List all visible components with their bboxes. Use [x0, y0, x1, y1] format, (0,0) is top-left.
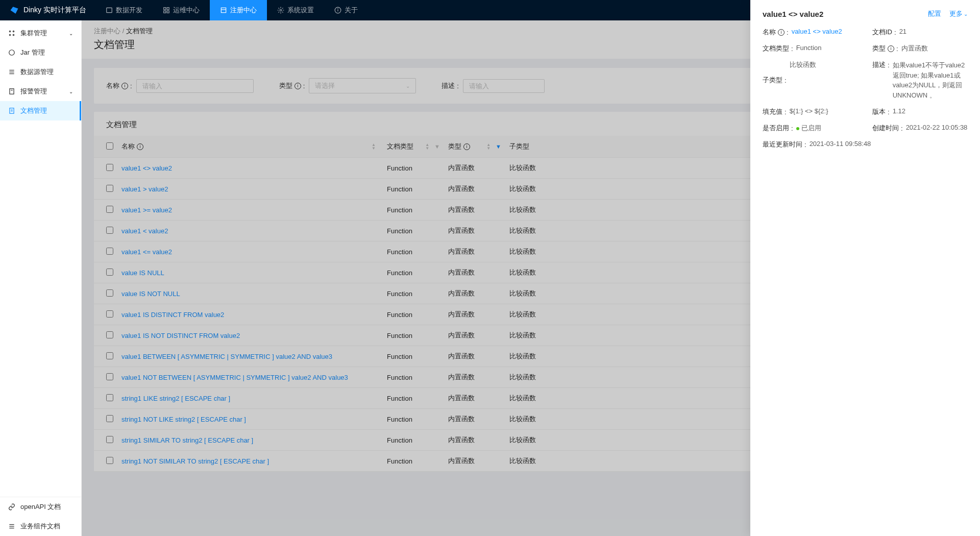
detail-fill-label: 填充值: [763, 107, 787, 116]
detail-type-value: 内置函数: [901, 44, 928, 53]
detail-version-value: 1.12: [893, 107, 905, 116]
detail-docid-value: 21: [899, 28, 906, 37]
logo[interactable]: Dinky 实时计算平台: [0, 5, 95, 15]
svg-point-11: [9, 31, 10, 32]
detail-created-value: 2021-02-22 10:05:38: [906, 124, 968, 133]
config-button[interactable]: 配置: [928, 9, 941, 18]
svg-rect-5: [221, 8, 226, 12]
detail-updated-label: 最近更新时间: [763, 140, 806, 149]
nav-settings[interactable]: 系统设置: [267, 0, 324, 20]
component-icon: [8, 523, 15, 530]
svg-rect-4: [167, 11, 169, 13]
info-icon: i: [778, 29, 785, 36]
svg-point-7: [280, 9, 282, 11]
sidebar-datasource[interactable]: 数据源管理: [0, 62, 81, 82]
detail-enabled-label: 是否启用: [763, 124, 793, 133]
sidebar: 集群管理 ⌄ Jar 管理 数据源管理 报警管理 ⌄ 文档管理: [0, 20, 82, 536]
doc-icon: [8, 107, 15, 114]
detail-desc-value: 如果value1不等于value2 返回true; 如果value1或value…: [893, 60, 968, 100]
chevron-down-icon: ⌄: [964, 11, 968, 17]
chevron-down-icon: ⌄: [69, 89, 73, 94]
detail-subtype-value: 比较函数: [790, 60, 816, 100]
detail-doctype-label: 文档类型: [763, 44, 793, 53]
nav-data-dev[interactable]: 数据开发: [95, 0, 153, 20]
svg-point-12: [13, 31, 14, 32]
logo-icon: [9, 5, 19, 15]
svg-point-13: [9, 34, 10, 35]
nav-register[interactable]: 注册中心: [210, 0, 267, 20]
detail-drawer: value1 <> value2 配置 更多 ⌄ 名称 i value1 <> …: [750, 0, 980, 536]
info-icon: i: [888, 45, 894, 52]
detail-created-label: 创建时间: [872, 124, 903, 133]
detail-version-label: 版本: [872, 107, 890, 116]
app-name: Dinky 实时计算平台: [23, 6, 86, 15]
cluster-icon: [8, 30, 15, 37]
gear-icon: [277, 7, 284, 14]
link-icon: [8, 503, 15, 510]
detail-enabled-value: 已启用: [796, 124, 821, 133]
detail-name-label: 名称 i: [763, 28, 789, 37]
detail-updated-value: 2021-03-11 09:58:48: [810, 140, 871, 149]
svg-rect-3: [164, 11, 166, 13]
jar-icon: [8, 49, 15, 56]
sidebar-docs[interactable]: 文档管理: [0, 101, 81, 120]
detail-desc-label: 描述: [872, 60, 890, 69]
info-icon: [334, 7, 341, 14]
detail-name-value[interactable]: value1 <> value2: [792, 28, 842, 37]
svg-point-10: [338, 9, 338, 9]
chevron-down-icon: ⌄: [69, 31, 73, 36]
status-dot-icon: [796, 127, 799, 130]
svg-point-14: [13, 34, 14, 35]
svg-rect-0: [107, 8, 112, 12]
detail-subtype-label: 子类型: [763, 60, 787, 100]
register-icon: [220, 7, 227, 14]
nav-items: 数据开发 运维中心 注册中心 系统设置 关于: [95, 0, 368, 20]
detail-docid-label: 文档ID: [872, 28, 896, 37]
detail-doctype-value: Function: [796, 44, 822, 53]
svg-point-15: [9, 50, 15, 56]
nav-about[interactable]: 关于: [324, 0, 368, 20]
sidebar-alert[interactable]: 报警管理 ⌄: [0, 82, 81, 101]
code-icon: [106, 7, 113, 14]
sidebar-cluster[interactable]: 集群管理 ⌄: [0, 23, 81, 43]
database-icon: [8, 68, 15, 76]
sidebar-openapi[interactable]: openAPI 文档: [0, 497, 81, 517]
svg-rect-2: [167, 8, 169, 10]
svg-rect-19: [10, 89, 14, 94]
more-button[interactable]: 更多 ⌄: [949, 9, 968, 18]
sidebar-components[interactable]: 业务组件文档: [0, 517, 81, 536]
nav-ops[interactable]: 运维中心: [153, 0, 210, 20]
svg-rect-1: [164, 8, 166, 10]
sidebar-jar[interactable]: Jar 管理: [0, 43, 81, 62]
drawer-title: value1 <> value2: [763, 10, 823, 18]
alert-icon: [8, 88, 15, 95]
ops-icon: [163, 7, 170, 14]
detail-fill-value: ${1:} <> ${2:}: [790, 107, 828, 116]
detail-type-label: 类型 i: [872, 44, 898, 53]
